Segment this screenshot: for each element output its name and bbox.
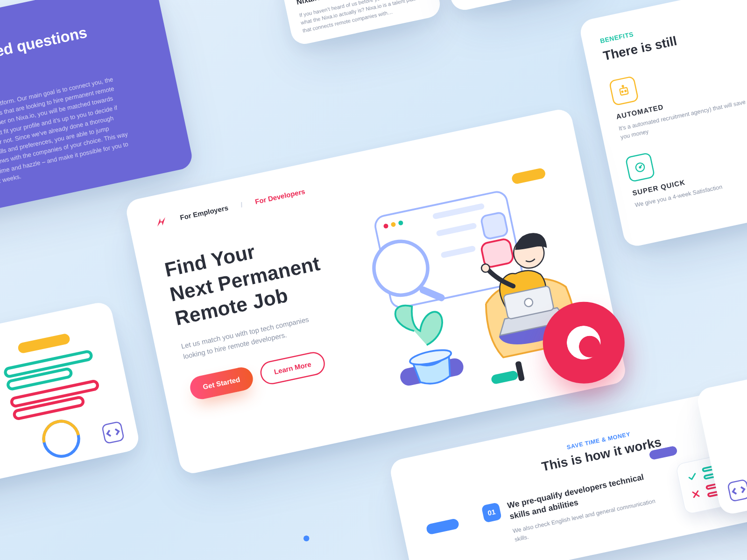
svg-rect-34 xyxy=(425,518,459,535)
step-number: 01 xyxy=(481,502,502,523)
robot-icon xyxy=(609,76,639,106)
nav-employers[interactable]: For Employers xyxy=(179,204,229,222)
svg-rect-9 xyxy=(491,370,519,385)
svg-point-6 xyxy=(639,167,641,168)
blog-card[interactable]: If you haven’t heard of us before you mi… xyxy=(438,0,602,13)
check-icon xyxy=(686,470,698,483)
hero-illustration xyxy=(321,143,646,441)
svg-point-2 xyxy=(625,90,626,91)
blog-excerpt: If you haven’t heard of us before you mi… xyxy=(299,0,430,35)
hero-card: For Employers / For Developers Find Your… xyxy=(124,107,627,476)
get-started-button[interactable]: Get Started xyxy=(188,365,255,401)
logo-icon[interactable] xyxy=(154,214,169,230)
decor-card-left xyxy=(0,301,141,500)
code-icon xyxy=(727,479,747,502)
learn-more-button[interactable]: Learn More xyxy=(258,350,327,386)
faq-item[interactable]: 01 – What is Nixa.io? Nixa.io is a curat… xyxy=(0,52,164,203)
faq-answer: Nixa.io is a curated job platform. Our m… xyxy=(0,73,135,197)
svg-rect-0 xyxy=(620,87,628,95)
blog-card[interactable]: Hiring Hire Top Remote Engineers With Ni… xyxy=(278,0,443,46)
svg-point-33 xyxy=(41,418,82,460)
cross-icon xyxy=(690,488,702,500)
svg-point-4 xyxy=(622,85,624,87)
benefit-item: AUTOMATED It's a automated recruitment a… xyxy=(609,52,747,141)
svg-rect-28 xyxy=(17,333,71,354)
svg-rect-16 xyxy=(480,212,508,239)
gauge-icon xyxy=(625,152,655,182)
svg-rect-7 xyxy=(511,168,546,185)
benefit-item: SUPER QUICK We give you a 4-week Satisfa… xyxy=(625,128,747,210)
dot-icon xyxy=(303,536,310,542)
nav-developers[interactable]: For Developers xyxy=(254,188,306,206)
svg-point-1 xyxy=(621,91,623,92)
